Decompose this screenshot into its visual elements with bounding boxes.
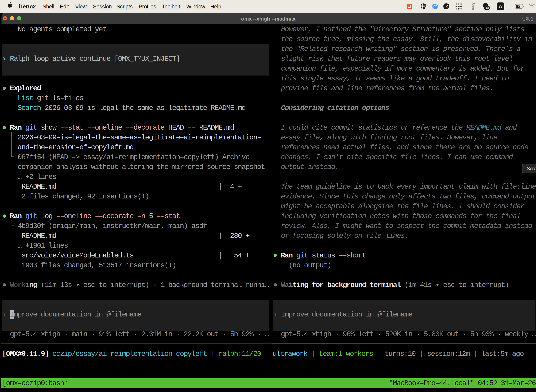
- svg-text:A: A: [499, 4, 502, 9]
- svg-text:..61: ..61: [485, 6, 489, 9]
